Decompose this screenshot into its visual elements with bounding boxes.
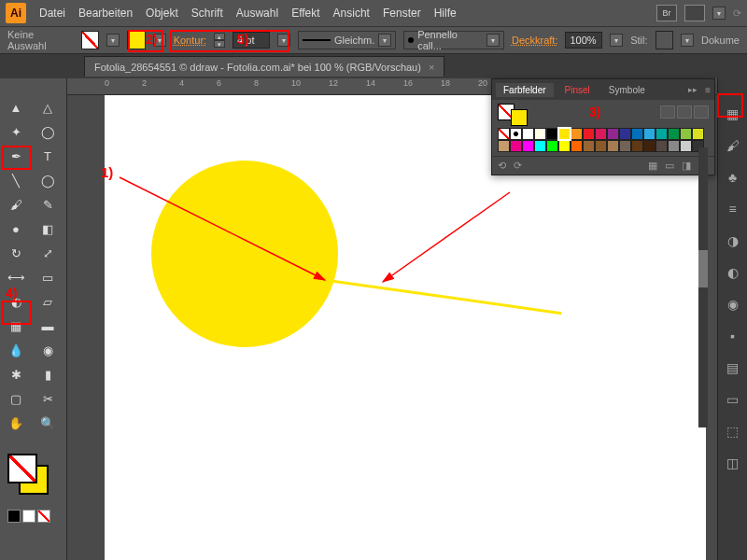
brushes-panel-icon[interactable]: 🖌: [724, 136, 742, 155]
swatch-cell[interactable]: [680, 140, 692, 152]
ellipse-tool[interactable]: ◯: [33, 169, 63, 191]
style-swatch[interactable]: [655, 31, 674, 49]
bridge-button[interactable]: Br: [656, 5, 677, 21]
list-view-icon[interactable]: [660, 105, 675, 119]
layers-panel-icon[interactable]: ▤: [724, 358, 742, 377]
eraser-tool[interactable]: ◧: [33, 217, 63, 240]
yellow-line-shape[interactable]: [321, 278, 562, 315]
symbol-sprayer-tool[interactable]: ✱: [1, 363, 31, 385]
stroke-profile[interactable]: Gleichm.: [298, 31, 396, 49]
graphic-styles-icon[interactable]: ▪: [724, 327, 742, 345]
paintbrush-tool[interactable]: 🖌: [1, 193, 31, 216]
sync-icon[interactable]: ⟳: [733, 7, 741, 20]
menu-object[interactable]: Objekt: [146, 7, 178, 20]
arrange-button[interactable]: [684, 5, 705, 21]
swatch-cell[interactable]: [655, 128, 668, 140]
selection-tool[interactable]: ▲: [1, 96, 31, 119]
swatch-cell[interactable]: [510, 140, 522, 152]
swatch-cell[interactable]: [558, 140, 571, 152]
swatch-cell[interactable]: [558, 128, 571, 140]
symbols-tab[interactable]: Symbole: [601, 83, 653, 97]
artboard-tool[interactable]: ▢: [1, 387, 31, 410]
scrollbar-thumb[interactable]: [698, 250, 708, 287]
width-tool[interactable]: ⟷: [1, 266, 31, 288]
yellow-circle-shape[interactable]: [151, 161, 338, 347]
slice-tool[interactable]: ✂: [33, 387, 63, 410]
transparency-panel-icon[interactable]: ◐: [724, 263, 742, 282]
fill-color[interactable]: [7, 454, 37, 483]
none-mode[interactable]: [37, 510, 50, 523]
swatch-cell[interactable]: [619, 140, 631, 152]
menu-effect[interactable]: Effekt: [291, 7, 319, 20]
stroke-swatch[interactable]: [127, 31, 146, 49]
swatch-cell[interactable]: [680, 128, 692, 140]
swatch-cell[interactable]: [595, 140, 607, 152]
swatch-cell[interactable]: [607, 128, 619, 140]
swatch-cell[interactable]: [522, 128, 534, 140]
blend-tool[interactable]: ◉: [33, 339, 63, 361]
graph-tool[interactable]: ▮: [33, 363, 63, 385]
swatch-kind-icon[interactable]: ⟳: [514, 160, 522, 172]
pencil-tool[interactable]: ✎: [33, 193, 63, 216]
swatch-cell[interactable]: [619, 128, 631, 140]
swatch-cell[interactable]: [631, 128, 643, 140]
type-tool[interactable]: T: [33, 145, 63, 167]
swatch-cell[interactable]: [607, 140, 619, 152]
swatch-cell[interactable]: [643, 128, 655, 140]
scale-tool[interactable]: ⤢: [33, 242, 63, 264]
tab-close[interactable]: ×: [429, 62, 434, 73]
panel-stroke-swatch[interactable]: [511, 109, 528, 126]
opacity-dropdown[interactable]: [610, 34, 623, 47]
menu-type[interactable]: Schrift: [191, 7, 223, 20]
stroke-down[interactable]: ▾: [214, 40, 225, 48]
swatch-options-icon[interactable]: ▦: [648, 160, 657, 172]
document-tab[interactable]: Fotolia_28654551 © ddraw - Fotolia.com.a…: [84, 56, 444, 77]
magic-wand-tool[interactable]: ✦: [1, 120, 31, 143]
swatch-libraries-icon[interactable]: ⟲: [498, 160, 506, 172]
swatch-cell[interactable]: [583, 128, 595, 140]
swatch-cell[interactable]: [631, 140, 643, 152]
swatch-cell[interactable]: [534, 128, 546, 140]
menu-file[interactable]: Datei: [39, 7, 65, 20]
arrange-dropdown[interactable]: [712, 7, 726, 20]
swatch-cell[interactable]: [534, 140, 546, 152]
menu-help[interactable]: Hilfe: [434, 7, 457, 20]
new-color-group-icon[interactable]: ▭: [665, 160, 674, 172]
swatch-cell[interactable]: [498, 140, 510, 152]
swatch-cell[interactable]: [643, 140, 655, 152]
stroke-weight-input[interactable]: [233, 32, 270, 49]
swatch-cell[interactable]: [668, 128, 680, 140]
swatch-cell[interactable]: [583, 140, 595, 152]
lasso-tool[interactable]: ◯: [33, 120, 63, 143]
appearance-panel-icon[interactable]: ◉: [724, 295, 742, 314]
swatch-cell[interactable]: [668, 140, 680, 152]
document-setup[interactable]: Dokume: [701, 35, 740, 46]
stroke-weight-dropdown[interactable]: [277, 34, 290, 47]
transform-panel-icon[interactable]: ⬚: [724, 422, 742, 441]
align-panel-icon[interactable]: ▭: [724, 390, 742, 409]
swatch-cell[interactable]: [692, 128, 704, 140]
swatch-cell[interactable]: [498, 128, 510, 140]
free-transform-tool[interactable]: ▭: [33, 266, 63, 288]
symbols-panel-icon[interactable]: ♣: [724, 168, 742, 187]
menu-window[interactable]: Fenster: [383, 7, 421, 20]
stroke-label[interactable]: Kontur:: [174, 35, 206, 46]
pathfinder-panel-icon[interactable]: ◫: [724, 454, 742, 472]
menu-select[interactable]: Auswahl: [236, 7, 278, 20]
vertical-scrollbar[interactable]: [698, 147, 708, 427]
brushes-tab[interactable]: Pinsel: [557, 83, 598, 97]
style-dropdown[interactable]: [681, 34, 694, 47]
zoom-tool[interactable]: 🔍: [33, 412, 63, 434]
swatch-cell[interactable]: [546, 140, 558, 152]
large-thumb-icon[interactable]: [694, 105, 709, 119]
swatches-panel-icon[interactable]: ▦: [724, 105, 742, 123]
swatch-cell[interactable]: [595, 128, 607, 140]
swatch-cell[interactable]: [571, 140, 583, 152]
swatch-cell[interactable]: [522, 140, 534, 152]
brush-definition[interactable]: Pennello call...: [403, 31, 504, 49]
gradient-tool[interactable]: ▬: [33, 315, 63, 337]
panel-expand[interactable]: ▸▸: [688, 85, 698, 94]
fill-dropdown[interactable]: [106, 34, 120, 47]
direct-selection-tool[interactable]: △: [33, 96, 63, 119]
swatch-cell[interactable]: [655, 140, 668, 152]
